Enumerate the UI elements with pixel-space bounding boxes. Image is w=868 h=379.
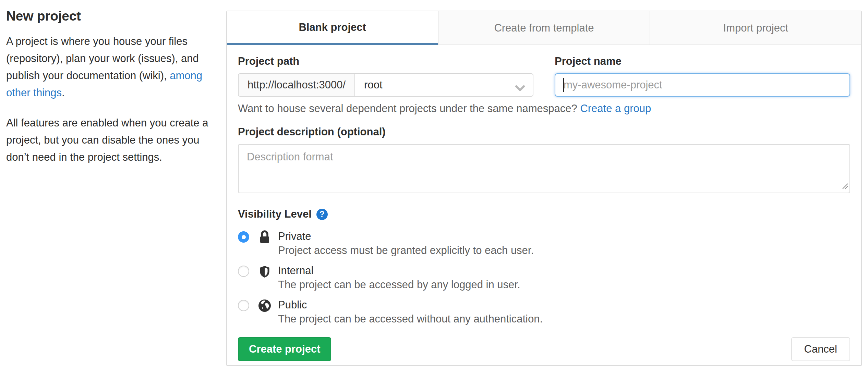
namespace-hint: Want to house several dependent projects… — [238, 102, 850, 115]
internal-radio[interactable] — [238, 266, 249, 277]
project-description-textarea[interactable] — [238, 144, 850, 193]
public-radio[interactable] — [238, 300, 249, 311]
internal-option-text: Internal The project can be accessed by … — [278, 264, 520, 291]
project-description-wrap — [238, 144, 850, 193]
project-path-label: Project path — [238, 55, 533, 68]
project-path-group: http://localhost:3000/ root — [238, 73, 533, 97]
internal-option-description: The project can be accessed by any logge… — [278, 278, 520, 291]
url-prefix-addon: http://localhost:3000/ — [239, 74, 355, 96]
create-a-group-link[interactable]: Create a group — [580, 102, 651, 114]
private-option-text: Private Project access must be granted e… — [278, 230, 534, 257]
visibility-options: Private Project access must be granted e… — [238, 230, 850, 326]
new-project-card: Blank project Create from template Impor… — [226, 11, 862, 366]
namespace-select[interactable]: root — [355, 74, 533, 96]
new-project-form: Project path http://localhost:3000/ root… — [227, 45, 861, 361]
project-type-tabs: Blank project Create from template Impor… — [227, 11, 861, 45]
visibility-option-public[interactable]: Public The project can be accessed witho… — [238, 298, 850, 326]
project-name-input[interactable] — [555, 73, 850, 97]
chevron-down-icon — [515, 82, 525, 95]
question-circle-icon[interactable]: ? — [316, 209, 328, 220]
project-description-label: Project description (optional) — [238, 125, 850, 138]
private-option-name: Private — [278, 230, 534, 243]
globe-icon — [257, 299, 272, 313]
namespace-selected-value: root — [364, 79, 382, 91]
namespace-hint-text: Want to house several dependent projects… — [238, 102, 577, 114]
resize-grip-icon[interactable] — [842, 183, 848, 191]
form-actions: Create project Cancel — [238, 337, 850, 361]
visibility-option-private[interactable]: Private Project access must be granted e… — [238, 230, 850, 257]
tab-create-from-template[interactable]: Create from template — [438, 11, 649, 45]
lock-icon — [257, 230, 272, 244]
private-option-description: Project access must be granted explicitl… — [278, 244, 534, 257]
tab-import-project[interactable]: Import project — [650, 11, 861, 45]
intro-text-after-link: . — [62, 87, 65, 99]
intro-paragraph-1: A project is where you house your files … — [6, 33, 210, 101]
shield-icon — [257, 265, 272, 279]
visibility-option-internal[interactable]: Internal The project can be accessed by … — [238, 264, 850, 291]
cancel-button[interactable]: Cancel — [791, 337, 851, 361]
public-option-name: Public — [278, 298, 543, 312]
create-project-button[interactable]: Create project — [238, 337, 331, 361]
project-name-label: Project name — [555, 55, 850, 68]
intro-paragraph-2: All features are enabled when you create… — [6, 114, 210, 166]
public-option-text: Public The project can be accessed witho… — [278, 298, 543, 326]
visibility-level-row: Visibility Level ? — [238, 208, 850, 221]
project-name-wrap — [555, 73, 850, 97]
page-title: New project — [6, 8, 210, 24]
internal-option-name: Internal — [278, 264, 520, 278]
private-radio[interactable] — [238, 231, 249, 243]
text-caret — [563, 78, 564, 92]
public-option-description: The project can be accessed without any … — [278, 313, 543, 326]
sidebar-intro: New project A project is where you house… — [6, 8, 210, 179]
visibility-level-label: Visibility Level — [238, 208, 312, 221]
tab-blank-project[interactable]: Blank project — [227, 11, 438, 45]
